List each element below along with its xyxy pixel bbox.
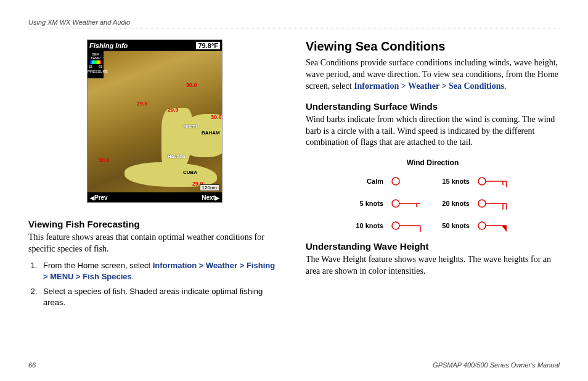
map-next: Next <box>202 194 215 201</box>
step-2: Select a species of fish. Shaded areas i… <box>39 286 281 308</box>
barb-5k-icon <box>390 197 433 210</box>
iso-c: 29.9 <box>168 107 179 113</box>
legend-lo: 32 <box>89 65 92 68</box>
lbl-50k: 50 knots <box>433 222 476 229</box>
svg-point-12 <box>392 222 399 229</box>
svg-point-1 <box>478 178 486 185</box>
surface-winds-desc: Wind barbs indicate from which direction… <box>306 114 560 149</box>
map-figure: Fishing Info 79.8°F SEA TEMP 32 91 PRESS… <box>28 39 281 205</box>
map-title: Fishing Info <box>89 42 128 49</box>
map-bottom-bar: ◀Prev Next▶ <box>88 192 222 202</box>
left-column: Fishing Info 79.8°F SEA TEMP 32 91 PRESS… <box>28 39 281 313</box>
lbl-miami: Miami <box>183 123 197 129</box>
sea-cond-desc: Sea Conditions provide surface condition… <box>306 57 560 92</box>
fishing-info-map: Fishing Info 79.8°F SEA TEMP 32 91 PRESS… <box>87 39 223 203</box>
svg-point-5 <box>392 200 399 207</box>
map-scale: 120nm <box>200 184 219 191</box>
step-1: From the Home screen, select Information… <box>39 260 281 282</box>
barb-calm-icon <box>390 175 433 187</box>
p1-nav: Information > Weather > Sea Conditions <box>354 81 504 91</box>
svg-point-0 <box>392 178 399 185</box>
page-number: 66 <box>28 361 36 369</box>
step1-text-b: . <box>132 272 134 281</box>
barb-50k-icon <box>476 219 519 232</box>
heading-fish-forecast: Viewing Fish Forecasting <box>28 219 281 229</box>
legend-hi: 91 <box>99 65 102 68</box>
legend-bot: PRESSURE <box>88 70 104 73</box>
next-arrow-icon: ▶ <box>215 195 219 201</box>
content-columns: Fishing Info 79.8°F SEA TEMP 32 91 PRESS… <box>28 39 560 313</box>
lbl-15k: 15 knots <box>433 178 476 185</box>
iso-a: 30.0 <box>186 82 197 88</box>
wind-direction-title: Wind Direction <box>306 158 560 167</box>
heading-surface-winds: Understanding Surface Winds <box>306 101 560 112</box>
legend-top: SEA TEMP <box>88 52 104 60</box>
lbl-baham: BAHAM <box>202 130 220 136</box>
lbl-10k: 10 knots <box>346 222 390 229</box>
fish-forecast-desc: This feature shows areas that contain op… <box>28 232 281 255</box>
page-footer: 66 GPSMAP 400/500 Series Owner's Manual <box>28 361 560 369</box>
step1-text-a: From the Home screen, select <box>43 261 153 270</box>
manual-title: GPSMAP 400/500 Series Owner's Manual <box>433 361 560 369</box>
running-header: Using XM WX Weather and Audio <box>28 18 560 28</box>
right-column: Viewing Sea Conditions Sea Conditions pr… <box>306 39 560 313</box>
map-legend: SEA TEMP 32 91 PRESSURE <box>88 51 104 78</box>
heading-sea-conditions: Viewing Sea Conditions <box>306 39 560 54</box>
svg-marker-17 <box>502 226 507 232</box>
fish-steps: From the Home screen, select Information… <box>39 260 281 309</box>
lbl-cuba: CUBA <box>183 170 197 175</box>
map-prev: Prev <box>94 194 108 201</box>
heading-wave-height: Understanding Wave Height <box>306 241 560 252</box>
map-temp: 79.8°F <box>196 42 220 49</box>
lbl-20k: 20 knots <box>433 200 476 207</box>
svg-point-8 <box>478 200 486 207</box>
barb-20k-icon <box>476 197 519 210</box>
iso-b: 29.8 <box>137 100 148 107</box>
svg-point-15 <box>478 222 486 229</box>
barb-15k-icon <box>476 174 519 188</box>
barb-10k-icon <box>390 219 433 232</box>
iso-f: 30.0 <box>99 157 110 163</box>
p1b: . <box>504 81 507 91</box>
iso-d: 30.0 <box>211 114 222 120</box>
lbl-havana: Havana <box>168 154 185 159</box>
wave-height-desc: The Wave Height feature shows wave heigh… <box>306 254 560 277</box>
lbl-5k: 5 knots <box>346 200 390 207</box>
lbl-calm: Calm <box>346 178 390 185</box>
color-bar <box>90 60 101 64</box>
prev-arrow-icon: ◀ <box>90 195 94 201</box>
wind-barb-grid: Calm 15 knots 5 knots 20 knots 10 knots … <box>306 174 560 232</box>
